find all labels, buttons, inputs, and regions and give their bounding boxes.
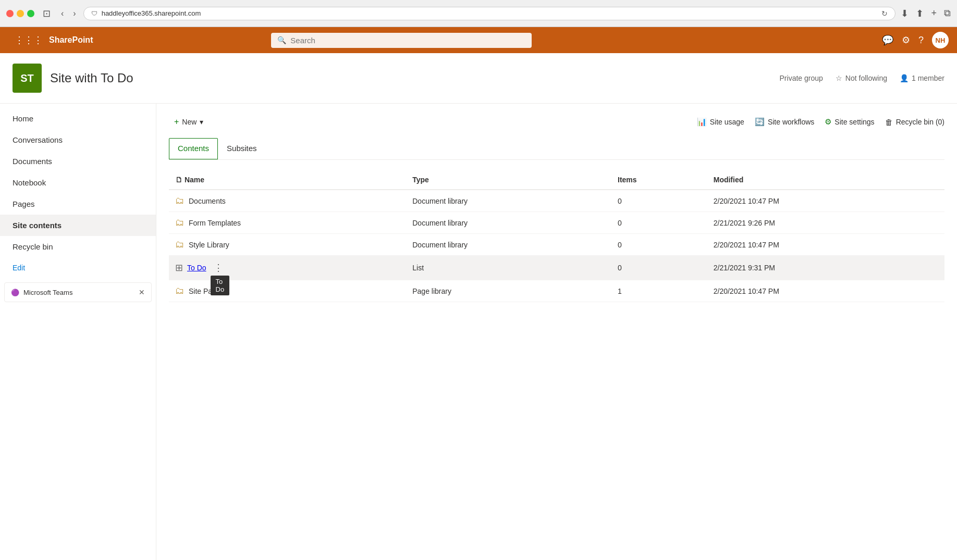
settings-icon[interactable]: ⚙ xyxy=(902,34,910,46)
modified-cell: 2/21/2021 9:26 PM xyxy=(707,212,944,234)
modified-cell: 2/20/2021 10:47 PM xyxy=(707,234,944,256)
items-cell: 0 xyxy=(611,190,707,212)
type-cell: Document library xyxy=(406,190,611,212)
address-bar: 🛡 haddleyoffice365.sharepoint.com ↻ xyxy=(83,7,896,20)
modified-cell: 2/21/2021 9:31 PM xyxy=(707,256,944,280)
items-cell: 0 xyxy=(611,256,707,280)
tabs-icon[interactable]: ⧉ xyxy=(944,8,951,19)
site-settings-label: Site settings xyxy=(835,118,874,126)
new-label: New xyxy=(182,118,197,126)
type-cell: Document library xyxy=(406,234,611,256)
contents-table: 🗋 Name Type Items Modified 🗂 Documents xyxy=(169,170,944,302)
folder-icon: 🗂 xyxy=(175,285,185,296)
site-workflows-button[interactable]: 🔄 Site workflows xyxy=(755,117,814,127)
name-cell: ⊞ To Do ⋮ To Do xyxy=(169,256,406,280)
sidebar-toggle-button[interactable]: ⊡ xyxy=(40,7,54,20)
settings-icon: ⚙ xyxy=(825,117,831,127)
folder-icon: 🗂 xyxy=(175,195,185,206)
sharepoint-logo[interactable]: SharePoint xyxy=(49,35,93,45)
star-icon: ☆ xyxy=(836,74,842,82)
modified-cell: 2/20/2021 10:47 PM xyxy=(707,190,944,212)
modified-cell: 2/20/2021 10:47 PM xyxy=(707,280,944,302)
file-icon: 🗋 xyxy=(175,176,182,184)
header-actions: 💬 ⚙ ? NH xyxy=(882,32,949,48)
item-name[interactable]: Documents xyxy=(189,197,226,205)
items-cell: 0 xyxy=(611,234,707,256)
name-cell: 🗂 Documents xyxy=(169,190,406,212)
waffle-menu-icon[interactable]: ⋮⋮⋮ xyxy=(15,34,43,46)
lock-icon: 🛡 xyxy=(91,10,97,17)
items-cell: 0 xyxy=(611,212,707,234)
members-button[interactable]: 👤 1 member xyxy=(900,74,944,82)
col-header-type: Type xyxy=(406,170,611,190)
teams-icon: 🟣 xyxy=(11,289,19,296)
teams-promo-close-button[interactable]: ✕ xyxy=(139,288,145,296)
follow-label: Not following xyxy=(845,74,887,82)
table-row: ⊞ To Do ⋮ To Do List 0 2/21/2021 9 xyxy=(169,256,944,280)
item-name[interactable]: Style Library xyxy=(189,241,229,249)
trash-icon: 🗑 xyxy=(885,118,893,127)
sidebar-item-site-contents[interactable]: Site contents xyxy=(0,215,156,236)
table-row: 🗂 Site Pages Page library 1 2/20/2021 10… xyxy=(169,280,944,302)
help-icon[interactable]: ? xyxy=(918,35,924,46)
site-header: ST Site with To Do Private group ☆ Not f… xyxy=(0,53,957,104)
back-button[interactable]: ‹ xyxy=(59,8,66,19)
browser-actions: ⬇ ⬆ + ⧉ xyxy=(901,8,951,19)
follow-button[interactable]: ☆ Not following xyxy=(836,74,887,82)
type-cell: Document library xyxy=(406,212,611,234)
items-cell: 1 xyxy=(611,280,707,302)
user-avatar[interactable]: NH xyxy=(932,32,949,48)
site-workflows-label: Site workflows xyxy=(768,118,814,126)
chat-icon[interactable]: 💬 xyxy=(882,34,893,46)
sidebar-item-documents[interactable]: Documents xyxy=(0,151,156,172)
share-icon[interactable]: ⬆ xyxy=(916,8,924,19)
browser-chrome: ⊡ ‹ › 🛡 haddleyoffice365.sharepoint.com … xyxy=(0,0,957,27)
sidebar-item-conversations[interactable]: Conversations xyxy=(0,129,156,151)
site-title: Site with To Do xyxy=(50,71,133,85)
tab-contents[interactable]: Contents xyxy=(169,138,218,159)
toolbar: + New ▾ 📊 Site usage 🔄 Site workflows ⚙ … xyxy=(169,114,944,130)
main-layout: Home Conversations Documents Notebook Pa… xyxy=(0,104,957,560)
col-header-name: 🗋 Name xyxy=(169,170,406,190)
forward-button[interactable]: › xyxy=(71,8,78,19)
type-cell: List xyxy=(406,256,611,280)
tab-subsites[interactable]: Subsites xyxy=(218,138,266,159)
sidebar-item-home[interactable]: Home xyxy=(0,108,156,129)
new-button[interactable]: + New ▾ xyxy=(169,114,208,130)
minimize-traffic-light[interactable] xyxy=(17,10,24,17)
name-cell: 🗂 Style Library xyxy=(169,234,406,256)
plus-icon: + xyxy=(174,117,179,127)
name-cell: 🗂 Site Pages xyxy=(169,280,406,302)
sidebar-item-recycle-bin[interactable]: Recycle bin xyxy=(0,236,156,257)
sharepoint-header: ⋮⋮⋮ SharePoint 🔍 💬 ⚙ ? NH xyxy=(0,27,957,53)
site-usage-label: Site usage xyxy=(710,118,744,126)
search-bar[interactable]: 🔍 xyxy=(271,33,532,48)
site-usage-button[interactable]: 📊 Site usage xyxy=(697,117,744,127)
new-tab-icon[interactable]: + xyxy=(931,8,937,19)
folder-icon: 🗂 xyxy=(175,239,185,250)
close-traffic-light[interactable] xyxy=(6,10,14,17)
table-row: 🗂 Documents Document library 0 2/20/2021… xyxy=(169,190,944,212)
item-name-link[interactable]: To Do xyxy=(187,264,206,272)
chevron-down-icon: ▾ xyxy=(200,118,203,126)
recycle-bin-label: Recycle bin (0) xyxy=(896,118,944,126)
traffic-lights xyxy=(6,10,34,17)
site-icon: ST xyxy=(13,64,42,93)
table-row: 🗂 Form Templates Document library 0 2/21… xyxy=(169,212,944,234)
sidebar-item-pages[interactable]: Pages xyxy=(0,193,156,215)
maximize-traffic-light[interactable] xyxy=(27,10,34,17)
download-icon[interactable]: ⬇ xyxy=(901,8,909,19)
sidebar: Home Conversations Documents Notebook Pa… xyxy=(0,104,156,560)
edit-link[interactable]: Edit xyxy=(0,257,156,278)
recycle-bin-button[interactable]: 🗑 Recycle bin (0) xyxy=(885,117,944,127)
search-icon: 🔍 xyxy=(277,36,286,44)
refresh-button[interactable]: ↻ xyxy=(881,9,888,18)
url-text: haddleyoffice365.sharepoint.com xyxy=(102,9,201,17)
chart-icon: 📊 xyxy=(697,117,707,127)
list-icon: ⊞ xyxy=(175,262,183,273)
item-name[interactable]: Form Templates xyxy=(189,219,241,227)
sidebar-item-notebook[interactable]: Notebook xyxy=(0,172,156,193)
more-actions-button[interactable]: ⋮ xyxy=(211,261,226,275)
site-settings-button[interactable]: ⚙ Site settings xyxy=(825,117,874,127)
search-input[interactable] xyxy=(290,36,525,45)
